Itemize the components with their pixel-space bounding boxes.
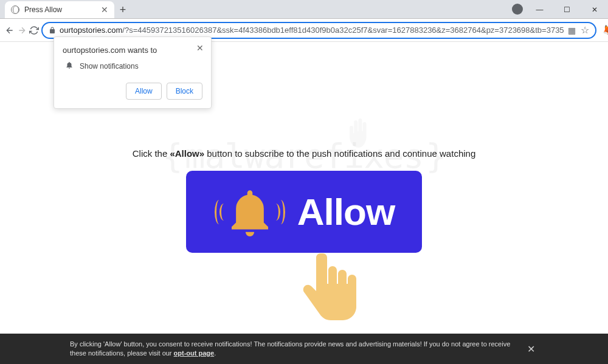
- opt-out-link[interactable]: opt-out page: [174, 349, 215, 357]
- minimize-button[interactable]: —: [526, 0, 553, 19]
- hand-watermark-icon: [340, 115, 377, 151]
- reload-button[interactable]: [29, 22, 39, 39]
- window-close-button[interactable]: ✕: [581, 0, 608, 19]
- browser-tab[interactable]: Press Allow ✕: [5, 1, 114, 18]
- hand-cursor-icon: [295, 249, 362, 340]
- url-text: ourtopstories.com/?s=445937213516026387&…: [60, 26, 564, 35]
- lock-icon: [49, 26, 56, 35]
- allow-button-label: Allow: [297, 190, 395, 233]
- footer-text: By clicking 'Allow' button, you consent …: [70, 340, 521, 359]
- window-controls: — ☐ ✕: [526, 0, 608, 19]
- globe-icon: [11, 5, 19, 14]
- new-tab-button[interactable]: +: [114, 1, 131, 18]
- incognito-icon: [512, 4, 523, 15]
- qr-icon[interactable]: ▦: [568, 26, 576, 35]
- notification-permission-dialog: ✕ ourtopstories.com wants to Show notifi…: [54, 36, 212, 109]
- bookmark-star-icon[interactable]: ☆: [581, 24, 589, 36]
- footer-close-icon[interactable]: ✕: [521, 343, 541, 355]
- permission-action-text: Show notifications: [80, 62, 139, 70]
- browser-titlebar: Press Allow ✕ + — ☐ ✕: [0, 0, 608, 19]
- close-icon[interactable]: ✕: [196, 43, 204, 53]
- allow-button[interactable]: Allow: [126, 83, 162, 100]
- ringing-bell-icon: [213, 179, 286, 246]
- extension-icon-1[interactable]: 🦊: [603, 24, 608, 36]
- permission-title: ourtopstories.com wants to: [63, 46, 202, 55]
- forward-button[interactable]: [17, 22, 27, 39]
- toolbar-extensions: 🦊: [599, 24, 608, 37]
- fake-allow-button[interactable]: Allow: [186, 171, 422, 253]
- tab-close-icon[interactable]: ✕: [101, 5, 108, 15]
- maximize-button[interactable]: ☐: [553, 0, 581, 19]
- tab-title: Press Allow: [24, 5, 96, 14]
- block-button[interactable]: Block: [167, 83, 202, 100]
- instruction-text: Click the «Allow» button to subscribe to…: [133, 148, 476, 159]
- back-button[interactable]: [5, 22, 15, 39]
- bell-icon: [65, 61, 74, 72]
